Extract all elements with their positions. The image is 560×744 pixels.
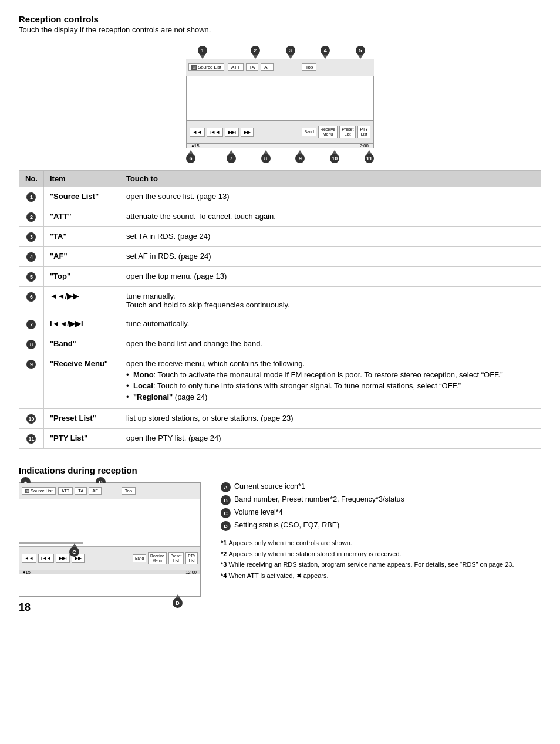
row-item: "PTY List" bbox=[43, 429, 120, 449]
row-item: "TA" bbox=[43, 227, 120, 247]
controls-table: No. Item Touch to 1"Source List"open the… bbox=[19, 170, 541, 449]
diag1-receive-btn: ReceiveMenu bbox=[318, 126, 338, 139]
callout-11: 11 bbox=[365, 154, 374, 163]
indicator-item: CVolume level*4 bbox=[221, 508, 541, 518]
num-circle: 6 bbox=[26, 292, 36, 302]
dev2-pty: PTYList bbox=[185, 552, 198, 565]
col-item: Item bbox=[43, 171, 120, 187]
row-item: I◄◄/▶▶I bbox=[43, 314, 120, 334]
indicator-item: DSetting status (CSO, EQ7, RBE) bbox=[221, 521, 541, 531]
diag1-band-btn: Band bbox=[302, 128, 316, 136]
diag1-preset-btn: PresetList bbox=[339, 126, 356, 139]
sub-item: "Regional" (page 24) bbox=[126, 393, 535, 401]
num-circle: 1 bbox=[26, 192, 36, 202]
footnote-ref: *3 bbox=[221, 561, 228, 568]
device-bottom-controls: ◄◄ I◄◄ ▶▶I ▶▶ Band ReceiveMenu PresetLis… bbox=[186, 120, 374, 144]
sub-item: Mono: Touch to activate the monaural mod… bbox=[126, 370, 535, 379]
footnotes: *1 Appears only when the controls are sh… bbox=[221, 538, 541, 580]
indicator-text: Current source icon*1 bbox=[234, 482, 305, 491]
col-no: No. bbox=[19, 171, 44, 187]
num-circle: 10 bbox=[26, 414, 36, 424]
callout-4: 4 bbox=[321, 46, 330, 55]
footnote: *2 Appears only when the station stored … bbox=[221, 549, 541, 559]
footnote: *3 While receiving an RDS station, progr… bbox=[221, 560, 541, 570]
diag1-ta-btn: TA bbox=[246, 63, 259, 71]
dev2-progress: ●15 12:00 bbox=[19, 570, 200, 574]
footnote: *1 Appears only when the controls are sh… bbox=[221, 538, 541, 548]
footnote-ref: *4 bbox=[221, 572, 228, 579]
dev2-ta: TA bbox=[75, 487, 87, 495]
row-num: 10 bbox=[19, 409, 44, 429]
indicator-letter: D bbox=[221, 521, 231, 531]
indicator-text: Setting status (CSO, EQ7, RBE) bbox=[234, 521, 339, 529]
callout-9: 9 bbox=[295, 154, 305, 163]
row-num: 3 bbox=[19, 227, 44, 247]
diag1-fwd-btn: ▶▶ bbox=[241, 128, 254, 137]
footnote-ref: *1 bbox=[221, 539, 228, 546]
row-touch: set TA in RDS. (page 24) bbox=[120, 227, 541, 247]
diag1-af-btn: AF bbox=[261, 63, 274, 71]
row-item: "Top" bbox=[43, 267, 120, 287]
section2-layout: A B ⊞ Source List ATT TA AF Top bbox=[19, 482, 541, 597]
row-item: "Band" bbox=[43, 334, 120, 354]
callout-C: C bbox=[69, 547, 79, 557]
row-touch: tune automatically. bbox=[120, 314, 541, 334]
table-row: 10"Preset List"list up stored stations, … bbox=[19, 409, 541, 429]
row-num: 8 bbox=[19, 334, 44, 354]
diag1-top-btn: Top bbox=[302, 63, 316, 71]
row-num: 11 bbox=[19, 429, 44, 449]
indicator-letter: B bbox=[221, 495, 231, 505]
table-row: 9"Receive Menu"open the receive menu, wh… bbox=[19, 354, 541, 409]
callout-10: 10 bbox=[330, 154, 339, 163]
indicator-item: BBand number, Preset number*2, Frequency… bbox=[221, 495, 541, 505]
dev2-source-btn: ⊞ Source List bbox=[22, 487, 56, 495]
row-touch: list up stored stations, or store statio… bbox=[120, 409, 541, 429]
dev2-prev: I◄◄ bbox=[38, 554, 54, 563]
row-touch: open the top menu. (page 13) bbox=[120, 267, 541, 287]
table-row: 6◄◄/▶▶tune manually.Touch and hold to sk… bbox=[19, 287, 541, 314]
indicator-item: ACurrent source icon*1 bbox=[221, 482, 541, 492]
diag1-att-btn: ATT bbox=[228, 63, 244, 71]
dev2-band: Band bbox=[133, 554, 146, 563]
indicator-letter: A bbox=[221, 482, 231, 492]
row-item: "AF" bbox=[43, 247, 120, 267]
row-touch: set AF in RDS. (page 24) bbox=[120, 247, 541, 267]
num-circle: 3 bbox=[26, 232, 36, 242]
dev2-receive: ReceiveMenu bbox=[148, 552, 166, 565]
indicator-list: ACurrent source icon*1BBand number, Pres… bbox=[221, 482, 541, 531]
dev2-content: C bbox=[19, 499, 200, 546]
row-touch: open the band list and change the band. bbox=[120, 334, 541, 354]
row-num: 1 bbox=[19, 187, 44, 207]
row-num: 6 bbox=[19, 287, 44, 314]
table-row: 4"AF"set AF in RDS. (page 24) bbox=[19, 247, 541, 267]
callout-2: 2 bbox=[251, 46, 260, 55]
num-circle: 4 bbox=[26, 252, 36, 262]
num-circle: 8 bbox=[26, 340, 36, 349]
num-circle: 9 bbox=[26, 360, 36, 369]
row-touch: attenuate the sound. To cancel, touch ag… bbox=[120, 207, 541, 227]
device-diagram2: A B ⊞ Source List ATT TA AF Top bbox=[19, 482, 201, 597]
callout-6: 6 bbox=[186, 154, 195, 163]
dev2-top-bar: ⊞ Source List ATT TA AF Top bbox=[19, 483, 200, 499]
dev2-preset: PresetList bbox=[168, 552, 184, 565]
callout-7: 7 bbox=[227, 154, 236, 163]
table-row: 7I◄◄/▶▶Itune automatically. bbox=[19, 314, 541, 334]
indicator-letter: C bbox=[221, 508, 231, 518]
row-touch: open the PTY list. (page 24) bbox=[120, 429, 541, 449]
row-num: 4 bbox=[19, 247, 44, 267]
row-touch: open the source list. (page 13) bbox=[120, 187, 541, 207]
device-diagram1: 1 2 3 4 5 ⊞ Source Li bbox=[168, 42, 392, 160]
table-body: 1"Source List"open the source list. (pag… bbox=[19, 187, 541, 449]
callout-5: 5 bbox=[356, 46, 365, 55]
row-item: "Source List" bbox=[43, 187, 120, 207]
dev2-next: ▶▶I bbox=[56, 554, 70, 563]
row-num: 5 bbox=[19, 267, 44, 287]
table-row: 8"Band"open the band list and change the… bbox=[19, 334, 541, 354]
diag1-prev-btn: I◄◄ bbox=[207, 128, 223, 137]
table-header: No. Item Touch to bbox=[19, 171, 541, 187]
table-row: 3"TA"set TA in RDS. (page 24) bbox=[19, 227, 541, 247]
section2-info: ACurrent source icon*1BBand number, Pres… bbox=[221, 482, 541, 597]
indicator-text: Volume level*4 bbox=[234, 508, 283, 516]
callout-8: 8 bbox=[261, 154, 271, 163]
diag1-rew-btn: ◄◄ bbox=[190, 128, 205, 137]
